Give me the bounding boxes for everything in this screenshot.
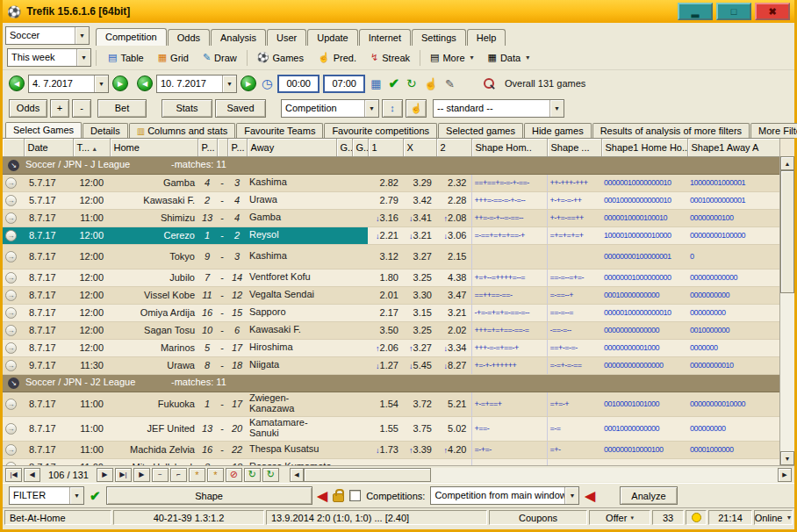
horizontal-scroll-track[interactable] <box>304 468 778 482</box>
hand-icon[interactable]: ☝ <box>406 99 427 118</box>
sport-select[interactable]: Soccer ▼ <box>5 26 90 45</box>
column-header-5[interactable] <box>217 139 227 156</box>
collapse-group-icon[interactable]: ↘ <box>8 160 19 171</box>
competitions-checkbox[interactable] <box>349 490 361 501</box>
maximize-button[interactable]: □ <box>716 3 751 20</box>
column-header-4[interactable]: P... <box>197 139 217 156</box>
vertical-scrollbar[interactable]: ▲ ▼ <box>779 156 794 465</box>
viewtab-results-of-analysis-of-more-filters[interactable]: Results of analysis of more filters <box>592 123 750 138</box>
match-row[interactable]: →8.7.1711:00Shimizu13-4Gamba↓3.16↓3.41↑2… <box>3 209 779 226</box>
prev-date-from-button[interactable]: ◀ <box>9 75 25 91</box>
shape-filter-button[interactable]: Shape <box>106 486 312 505</box>
draw-button[interactable]: ✎Draw <box>196 49 244 66</box>
chevron-down-icon[interactable]: ▼ <box>75 27 89 44</box>
viewtab-more-filters[interactable]: More Filters <box>750 123 797 138</box>
match-row[interactable]: →9.7.1711:30Urawa8-18Niigata↓1.27↓5.45↓8… <box>3 356 779 374</box>
bet-button[interactable]: Bet <box>97 99 147 118</box>
offer-segment[interactable]: Offer ▾ <box>589 510 650 525</box>
games-button[interactable]: ⚽Games <box>250 49 311 66</box>
match-row[interactable]: →8.7.1712:00Omiya Ardija16-15Sapporo2.17… <box>3 304 779 321</box>
table-button[interactable]: ▤Table <box>101 49 151 66</box>
stats-button[interactable]: Stats <box>162 99 212 118</box>
viewtab-favourite-teams[interactable]: Favourite Teams <box>236 123 323 138</box>
column-header-16[interactable]: Shape1 Away A <box>687 139 779 156</box>
prev-date-to-button[interactable]: ◀ <box>137 75 153 91</box>
match-row[interactable]: →5.7.1712:00Kawasaki F.2-4Urawa2.793.422… <box>3 191 779 209</box>
edit-note-icon[interactable]: ✎ <box>445 77 455 90</box>
last-record-button[interactable]: ▶| <box>115 468 132 482</box>
column-header-2[interactable]: T...▲ <box>73 139 110 156</box>
open-match-icon[interactable]: → <box>5 444 17 456</box>
layout-button[interactable]: ⌐ <box>170 468 187 482</box>
open-match-icon[interactable]: → <box>5 462 17 465</box>
lock-icon[interactable] <box>333 493 344 502</box>
period-select[interactable]: This week ▼ <box>7 48 91 67</box>
mark-all-icon[interactable]: * <box>207 468 224 482</box>
saved-button[interactable]: Saved <box>215 99 266 118</box>
column-header-0[interactable] <box>3 139 24 156</box>
next-record-button[interactable]: ▶ <box>97 468 113 482</box>
online-segment[interactable]: Online ▼ <box>754 510 793 525</box>
collapse-rows-button[interactable]: − <box>152 468 169 482</box>
chevron-down-icon[interactable]: ▼ <box>69 487 83 504</box>
first-record-button[interactable]: |◀ <box>5 468 22 482</box>
tab-user[interactable]: User <box>267 29 306 46</box>
column-header-8[interactable]: G.. <box>336 139 352 156</box>
open-match-icon[interactable]: → <box>5 423 17 435</box>
chevron-down-icon[interactable]: ▼ <box>549 100 564 117</box>
match-row[interactable]: →8.7.1712:00Sagan Tosu10-6Kawasaki F.3.5… <box>3 321 779 339</box>
title-bar[interactable]: ⚽ Trefik 15.6.1.6 [64bit] ▂ □ ✖ <box>3 0 794 23</box>
column-header-3[interactable]: Home <box>110 139 197 156</box>
sort-icon[interactable]: ↕ <box>382 99 403 118</box>
reload-all-icon[interactable]: ↻ <box>262 468 279 482</box>
pred-button[interactable]: ☝Pred. <box>311 49 363 66</box>
scroll-down-button[interactable]: ▼ <box>780 451 794 465</box>
viewtab-hide-games[interactable]: Hide games <box>524 123 592 138</box>
match-row[interactable]: →8.7.1712:00Marinos5-17Hiroshima↑2.06↑3.… <box>3 339 779 356</box>
tab-analysis[interactable]: Analysis <box>211 29 266 46</box>
column-header-7[interactable]: Away <box>247 139 336 156</box>
prev-record-button[interactable]: ◀ <box>24 468 40 482</box>
group-row[interactable]: ↘Soccer / JPN - J League-matches: 11 <box>3 156 779 174</box>
grid-button[interactable]: ▦Grid <box>151 49 196 66</box>
chevron-down-icon[interactable]: ▼ <box>564 487 578 504</box>
horizontal-scrollbar[interactable]: ◀ ▶ <box>290 468 792 482</box>
data-button[interactable]: ▦Data▾ <box>481 49 537 66</box>
next-date-from-button[interactable]: ▶ <box>112 75 128 91</box>
column-header-1[interactable]: Date <box>24 139 73 156</box>
bookmaker-segment[interactable]: Bet-At-Home <box>4 510 111 525</box>
match-row[interactable]: →8.7.1712:00Jubilo7-14Ventforet Kofu1.80… <box>3 269 779 286</box>
tab-competition[interactable]: Competition <box>96 28 167 46</box>
match-row[interactable]: →8.7.1711:00Fukuoka1-17Zwiegen-Kanazawa1… <box>3 392 779 416</box>
chevron-down-icon[interactable]: ▼ <box>364 100 378 117</box>
column-header-15[interactable]: Shape1 Home Ho.. <box>601 139 687 156</box>
open-match-icon[interactable]: → <box>5 195 17 206</box>
viewtab-details[interactable]: Details <box>83 123 128 138</box>
filter-ok-icon[interactable]: ✔ <box>90 488 101 504</box>
chevron-down-icon[interactable]: ▼ <box>94 75 108 92</box>
open-match-icon[interactable]: → <box>5 325 17 336</box>
scroll-up-button[interactable]: ▲ <box>780 156 794 170</box>
goto-record-button[interactable]: ▶ <box>133 468 150 482</box>
date-to-select[interactable]: 10. 7.2017 ▼ <box>156 75 237 93</box>
open-match-icon[interactable]: → <box>5 212 17 224</box>
open-match-icon[interactable]: → <box>5 230 17 241</box>
tab-odds[interactable]: Odds <box>168 29 210 46</box>
collapse-group-icon[interactable]: ↘ <box>8 377 19 389</box>
next-date-to-button[interactable]: ▶ <box>241 75 256 91</box>
viewtab-favourite-competitions[interactable]: Favourite competitions <box>324 123 437 138</box>
viewtab-columns-and-stats[interactable]: ▥Columns and stats <box>129 123 236 138</box>
open-match-icon[interactable]: → <box>5 251 17 262</box>
column-header-12[interactable]: 2 <box>436 139 471 156</box>
chevron-down-icon[interactable]: ▼ <box>222 75 236 92</box>
calendar-icon[interactable]: ▦ <box>370 77 381 90</box>
competition-mode-select[interactable]: Competition ▼ <box>281 99 379 118</box>
group-row[interactable]: ↘Soccer / JPN - J2 League-matches: 11 <box>3 374 779 392</box>
open-match-icon[interactable]: → <box>5 399 17 410</box>
open-match-icon[interactable]: → <box>5 177 17 189</box>
viewtab-selected-games[interactable]: Selected games <box>438 123 523 138</box>
open-match-icon[interactable]: → <box>5 307 17 319</box>
match-row[interactable]: →8.7.1711:00JEF United13-20Kamatamare-Sa… <box>3 416 779 441</box>
apply-left-arrow-icon[interactable]: ◀ <box>318 489 328 502</box>
tab-help[interactable]: Help <box>467 29 506 46</box>
